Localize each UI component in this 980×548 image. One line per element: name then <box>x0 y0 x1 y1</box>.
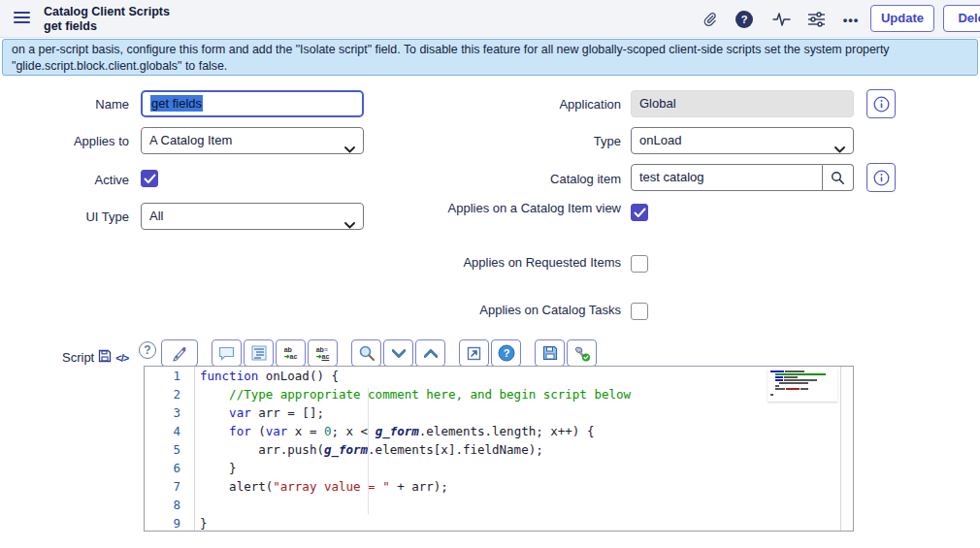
editor-scrollbar[interactable] <box>840 367 853 531</box>
code-line: } <box>200 514 840 532</box>
code-line: for (var x = 0; x < g_form.elements.leng… <box>200 422 840 440</box>
chevron-down-icon <box>344 212 355 238</box>
svg-text:?: ? <box>741 14 748 25</box>
code-line: //Type appropriate comment here, and beg… <box>200 385 840 403</box>
code-lines[interactable]: function onLoad() { //Type appropriate c… <box>200 367 840 531</box>
chevron-down-icon <box>344 137 355 162</box>
applies-catalog-tasks-checkbox[interactable] <box>631 303 648 320</box>
applies-to-label: Applies to <box>0 134 129 149</box>
line-number: 4 <box>145 422 194 440</box>
ui-type-label: UI Type <box>0 210 129 225</box>
type-label: Type <box>427 134 621 149</box>
line-number-gutter: 123456789 <box>145 367 195 531</box>
editor-help-icon[interactable]: ? <box>491 339 521 367</box>
code-line <box>200 496 840 514</box>
search-icon[interactable] <box>351 339 381 367</box>
line-number: 1 <box>145 367 194 385</box>
open-window-icon[interactable] <box>459 339 489 367</box>
active-checkbox[interactable] <box>141 170 158 187</box>
toggle-comment-icon[interactable] <box>212 339 242 367</box>
code-icon[interactable]: </> <box>115 352 128 364</box>
active-label: Active <box>0 173 129 188</box>
applies-requested-items-checkbox[interactable] <box>631 255 648 273</box>
script-editor-toolbar: ab➜ac ab≡➜ac ? <box>161 339 599 367</box>
application-label: Application <box>427 97 621 113</box>
applies-catalog-tasks-label: Applies on Catalog Tasks <box>427 303 621 318</box>
applies-requested-items-label: Applies on Requested Items <box>427 255 621 271</box>
applies-catalog-item-view-label: Applies on a Catalog Item view <box>427 201 621 216</box>
script-field-label: Script </> <box>62 349 128 366</box>
application-field: Global <box>631 90 854 117</box>
page-title: Catalog Client Scripts get fields <box>44 5 170 33</box>
code-minimap[interactable] <box>768 369 837 402</box>
find-previous-icon[interactable] <box>415 339 445 367</box>
selected-text: get fields <box>150 95 203 112</box>
context-menu-icon[interactable] <box>14 12 30 24</box>
update-button[interactable]: Update <box>870 5 934 32</box>
format-lines-icon[interactable] <box>244 339 274 367</box>
chevron-down-icon <box>834 137 845 162</box>
info-message-banner: on a per-script basis, configure this fo… <box>2 39 978 76</box>
svg-text:?: ? <box>503 347 509 359</box>
more-options-icon[interactable]: ••• <box>839 8 863 31</box>
line-number: 2 <box>145 385 194 403</box>
type-select[interactable]: onLoad <box>631 127 854 154</box>
form-header: Catalog Client Scripts get fields ? ••• … <box>0 0 980 38</box>
code-line: var arr = []; <box>200 403 840 422</box>
code-line: function onLoad() { <box>200 367 840 385</box>
replace-all-icon[interactable]: ab≡➜ac <box>308 339 338 367</box>
syntax-check-icon[interactable] <box>567 339 597 367</box>
catalog-item-info-button[interactable] <box>866 163 896 192</box>
applies-to-select[interactable]: A Catalog Item <box>141 127 364 154</box>
line-number: 8 <box>145 496 194 514</box>
personalize-form-icon[interactable] <box>804 8 828 31</box>
code-line: arr.push(g_form.elements[x].fieldName); <box>200 440 840 459</box>
line-number: 6 <box>145 459 194 477</box>
indent-guide <box>368 388 369 514</box>
catalog-item-input[interactable]: test catalog <box>631 164 823 191</box>
applies-catalog-item-view-checkbox[interactable] <box>631 204 648 221</box>
help-icon[interactable]: ? <box>733 8 756 31</box>
format-code-icon[interactable] <box>161 339 198 367</box>
save-mini-icon[interactable] <box>98 349 112 366</box>
code-line: alert("array value = " + arr); <box>200 477 840 496</box>
app-window: Catalog Client Scripts get fields ? ••• … <box>0 0 980 548</box>
name-input[interactable]: get fields <box>141 90 364 117</box>
line-number: 7 <box>145 477 194 496</box>
record-table-title: Catalog Client Scripts <box>44 5 170 19</box>
replace-icon[interactable]: ab➜ac <box>276 339 306 367</box>
save-icon[interactable] <box>535 339 565 367</box>
ui-type-select[interactable]: All <box>141 203 364 230</box>
delete-button[interactable]: Delete <box>943 5 980 32</box>
activity-stream-icon[interactable] <box>769 8 793 31</box>
line-number: 9 <box>145 514 194 532</box>
line-number: 5 <box>145 440 194 459</box>
attachment-icon[interactable] <box>698 8 721 31</box>
application-info-button[interactable] <box>866 89 896 118</box>
record-name: get fields <box>44 19 170 34</box>
script-code-editor[interactable]: 123456789 function onLoad() { //Type app… <box>144 366 854 532</box>
code-line: } <box>200 459 840 477</box>
find-next-icon[interactable] <box>383 339 413 367</box>
name-label: Name <box>0 97 129 113</box>
editor-help-hint-icon[interactable]: ? <box>139 341 156 359</box>
line-number: 3 <box>145 403 194 422</box>
catalog-item-label: Catalog item <box>427 172 621 187</box>
reference-lookup-button[interactable] <box>823 164 854 191</box>
